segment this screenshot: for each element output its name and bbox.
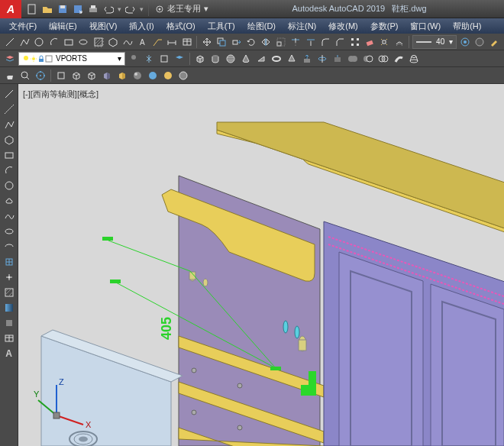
line-tool-icon[interactable] <box>2 87 16 101</box>
dim-icon[interactable] <box>166 35 179 49</box>
extrude-icon[interactable] <box>300 52 314 66</box>
region-tool-icon[interactable] <box>2 316 16 330</box>
menu-parametric[interactable]: 参数(P) <box>364 19 405 34</box>
trim-icon[interactable] <box>289 35 302 49</box>
prop-icon[interactable] <box>473 35 486 49</box>
layer-prop-icon[interactable] <box>3 52 17 66</box>
wedge-icon[interactable] <box>254 52 268 66</box>
make-current-icon[interactable] <box>173 52 186 66</box>
menu-tools[interactable]: 工具(T) <box>202 19 241 34</box>
polygon-tool-icon[interactable] <box>2 133 16 147</box>
layer-iso-icon[interactable] <box>157 52 171 66</box>
gradient-tool-icon[interactable] <box>2 301 16 315</box>
open-icon[interactable] <box>41 3 53 15</box>
vs-realistic-icon[interactable] <box>100 69 114 82</box>
dropdown-arrow-icon[interactable]: ▾ <box>118 5 121 13</box>
vs-wire-icon[interactable] <box>69 69 83 82</box>
menu-draw[interactable]: 绘图(D) <box>241 19 282 34</box>
ucs-icon[interactable]: X Y Z <box>34 377 95 431</box>
menu-file[interactable]: 文件(F) <box>3 19 43 34</box>
scale-icon[interactable] <box>274 35 287 49</box>
stretch-icon[interactable] <box>230 35 243 49</box>
torus-icon[interactable] <box>270 52 283 66</box>
union-icon[interactable] <box>346 52 360 66</box>
menu-format[interactable]: 格式(O) <box>160 19 202 34</box>
pyramid-icon[interactable] <box>285 52 299 66</box>
move-icon[interactable] <box>200 35 213 49</box>
subtract-icon[interactable] <box>361 52 375 66</box>
copy-icon[interactable] <box>215 35 228 49</box>
vs-sketchy-icon[interactable] <box>146 69 160 82</box>
ellipse-icon[interactable] <box>77 35 90 49</box>
chamfer-icon[interactable] <box>334 35 347 49</box>
presspull-icon[interactable] <box>331 52 344 66</box>
menu-window[interactable]: 窗口(W) <box>404 19 447 34</box>
array-icon[interactable] <box>348 35 361 49</box>
point-tool-icon[interactable] <box>2 270 16 284</box>
rectangle-icon[interactable] <box>62 35 75 49</box>
layer-dropdown[interactable]: VPORTS ▾ <box>18 52 125 66</box>
save-icon[interactable] <box>57 3 69 15</box>
rect-tool-icon[interactable] <box>2 148 16 162</box>
box-icon[interactable] <box>193 52 207 66</box>
spline-tool-icon[interactable] <box>2 209 16 223</box>
menu-help[interactable]: 帮助(H) <box>447 19 487 34</box>
vs-xray-icon[interactable] <box>161 69 175 82</box>
pline-icon[interactable] <box>18 35 31 49</box>
loft-icon[interactable] <box>407 52 421 66</box>
layer-freeze-icon[interactable] <box>142 52 156 66</box>
polygon-icon[interactable] <box>106 35 119 49</box>
lineweight-dropdown[interactable]: 40 ▾ <box>412 35 457 49</box>
offset-icon[interactable] <box>393 35 405 49</box>
hatch-tool-icon[interactable] <box>2 286 16 299</box>
pan-icon[interactable] <box>3 69 17 82</box>
intersect-icon[interactable] <box>376 52 390 66</box>
hatch-icon[interactable] <box>92 35 105 49</box>
spline-icon[interactable] <box>121 35 134 49</box>
new-icon[interactable] <box>26 3 38 15</box>
table-tool-icon[interactable] <box>2 331 16 345</box>
menu-edit[interactable]: 编辑(E) <box>43 19 83 34</box>
vs-2dwire-icon[interactable] <box>54 69 68 82</box>
plot-icon[interactable] <box>87 3 99 15</box>
redo-icon[interactable] <box>124 3 137 15</box>
erase-icon[interactable] <box>363 35 376 49</box>
regen-icon[interactable] <box>458 35 471 49</box>
revcloud-tool-icon[interactable] <box>2 194 16 208</box>
ellipse-tool-icon[interactable] <box>2 225 16 238</box>
leader-icon[interactable] <box>150 35 163 49</box>
cylinder-icon[interactable] <box>208 52 222 66</box>
cone-icon[interactable] <box>239 52 253 66</box>
pline-tool-icon[interactable] <box>2 118 16 131</box>
model-viewport[interactable]: [-][西南等轴测][概念] <box>18 84 504 446</box>
revolve-icon[interactable] <box>315 52 329 66</box>
explode-icon[interactable] <box>378 35 391 49</box>
mtext-tool-icon[interactable]: A <box>2 347 16 360</box>
sphere-icon[interactable] <box>224 52 237 66</box>
earc-tool-icon[interactable] <box>2 240 16 254</box>
dropdown-arrow-icon[interactable]: ▾ <box>140 5 144 13</box>
zoom-icon[interactable] <box>18 69 32 82</box>
menu-insert[interactable]: 插入(I) <box>123 19 160 34</box>
block-tool-icon[interactable] <box>2 255 16 269</box>
circle-icon[interactable] <box>33 35 46 49</box>
extend-icon[interactable] <box>304 35 317 49</box>
fillet-icon[interactable] <box>318 35 331 49</box>
cline-tool-icon[interactable] <box>2 102 16 116</box>
workspace-switcher[interactable]: 老王专用 ▾ <box>148 2 215 16</box>
viewport-controls[interactable]: [-][西南等轴测][概念] <box>23 89 99 100</box>
rotate-icon[interactable] <box>244 35 257 49</box>
matchprop-icon[interactable] <box>488 35 501 49</box>
undo-icon[interactable] <box>102 3 115 15</box>
line-icon[interactable] <box>3 35 16 49</box>
arc-tool-icon[interactable] <box>2 163 16 177</box>
sweep-icon[interactable] <box>392 52 405 66</box>
orbit-icon[interactable] <box>34 69 47 82</box>
vs-manage-icon[interactable] <box>176 69 190 82</box>
layer-off-icon[interactable] <box>127 52 141 66</box>
menu-modify[interactable]: 修改(M) <box>322 19 364 34</box>
arc-icon[interactable] <box>47 35 60 49</box>
vs-concept-icon[interactable] <box>115 69 129 82</box>
saveas-icon[interactable] <box>72 3 84 15</box>
menu-view[interactable]: 视图(V) <box>83 19 124 34</box>
